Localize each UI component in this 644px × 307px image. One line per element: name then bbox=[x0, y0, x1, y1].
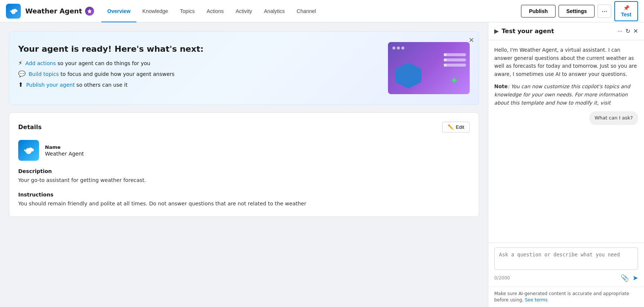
see-terms-link[interactable]: See terms bbox=[525, 297, 547, 303]
test-input-area: 0/2000 📎 ➤ bbox=[488, 243, 644, 287]
attach-button[interactable]: 📎 bbox=[621, 274, 629, 282]
illus-dot-1 bbox=[392, 47, 395, 49]
more-options-button[interactable]: ··· bbox=[598, 4, 611, 18]
agent-name-info: Name Weather Agent bbox=[45, 144, 84, 157]
illus-line-1 bbox=[444, 53, 466, 56]
publish-button[interactable]: Publish bbox=[521, 5, 556, 17]
actions-icon: ⚡ bbox=[18, 60, 22, 67]
greeting-message: Hello, I'm Weather Agent, a virtual assi… bbox=[494, 46, 638, 78]
what-can-i-ask-container: What can I ask? bbox=[494, 111, 638, 125]
main-layout: ✕ Your agent is ready! Here's what's nex… bbox=[0, 22, 644, 307]
publish-icon: ⬆ bbox=[18, 81, 23, 88]
header: Weather Agent Overview Knowledge Topics … bbox=[0, 0, 644, 22]
tab-activity[interactable]: Activity bbox=[230, 0, 258, 22]
tab-actions[interactable]: Actions bbox=[201, 0, 230, 22]
banner-item-topics: 💬 Build topics to focus and guide how yo… bbox=[18, 70, 381, 77]
header-actions: Publish Settings ··· 📌 Test bbox=[521, 1, 638, 21]
details-header: Details ✏️ Edit bbox=[18, 122, 470, 132]
publish-agent-link[interactable]: Publish your agent bbox=[26, 82, 75, 88]
name-value: Weather Agent bbox=[45, 151, 84, 157]
app-logo bbox=[6, 4, 21, 19]
what-can-i-ask-button[interactable]: What can I ask? bbox=[589, 111, 638, 125]
illus-dot-3 bbox=[401, 47, 404, 49]
tab-topics[interactable]: Topics bbox=[174, 0, 201, 22]
pin-icon: 📌 bbox=[623, 5, 630, 11]
edit-icon: ✏️ bbox=[448, 124, 454, 130]
build-topics-link[interactable]: Build topics bbox=[29, 71, 59, 77]
illus-line-2 bbox=[444, 58, 466, 61]
details-card: Details ✏️ Edit Name Weather Agent bbox=[9, 112, 479, 217]
instructions-label: Instructions bbox=[18, 192, 470, 198]
test-panel-header: ▶ Test your agent ··· ↻ ✕ bbox=[488, 22, 644, 40]
test-messages: Hello, I'm Weather Agent, a virtual assi… bbox=[488, 40, 644, 243]
test-more-button[interactable]: ··· bbox=[618, 28, 622, 35]
illus-line-3 bbox=[444, 64, 466, 67]
agent-icon bbox=[85, 7, 94, 16]
banner-illustration: ✦ bbox=[388, 42, 470, 94]
illus-lines bbox=[444, 53, 466, 67]
instructions-value: You should remain friendly and polite at… bbox=[18, 200, 470, 208]
test-input-footer: 0/2000 📎 ➤ bbox=[494, 274, 638, 282]
settings-button[interactable]: Settings bbox=[559, 5, 595, 17]
test-input-buttons: 📎 ➤ bbox=[621, 274, 638, 282]
name-label: Name bbox=[45, 144, 84, 150]
topics-icon: 💬 bbox=[18, 70, 26, 77]
details-title: Details bbox=[18, 124, 42, 131]
banner-close-button[interactable]: ✕ bbox=[469, 36, 474, 44]
agent-row: Name Weather Agent bbox=[18, 140, 470, 161]
nav-tabs: Overview Knowledge Topics Actions Activi… bbox=[101, 0, 521, 22]
test-refresh-button[interactable]: ↻ bbox=[625, 28, 630, 35]
test-panel-title: Test your agent bbox=[502, 28, 615, 35]
test-footer: Make sure AI-generated content is accura… bbox=[488, 287, 644, 307]
tab-analytics[interactable]: Analytics bbox=[258, 0, 291, 22]
expand-button[interactable]: ▶ bbox=[494, 28, 499, 35]
tab-overview[interactable]: Overview bbox=[101, 0, 136, 22]
note-bold: Note bbox=[494, 83, 508, 89]
illus-dots bbox=[392, 47, 404, 49]
banner-title: Your agent is ready! Here's what's next: bbox=[18, 44, 381, 54]
tab-channel[interactable]: Channel bbox=[291, 0, 322, 22]
note-message: Note: You can now customize this copilot… bbox=[494, 83, 638, 107]
send-button[interactable]: ➤ bbox=[632, 274, 638, 282]
illus-dot-2 bbox=[397, 47, 400, 49]
illus-star: ✦ bbox=[450, 74, 459, 87]
add-actions-link[interactable]: Add actions bbox=[25, 60, 56, 66]
description-value: Your go-to assistant for getting weather… bbox=[18, 176, 470, 184]
char-count: 0/2000 bbox=[494, 275, 510, 281]
test-button[interactable]: 📌 Test bbox=[614, 1, 638, 21]
main-content: ✕ Your agent is ready! Here's what's nex… bbox=[0, 22, 488, 307]
banner-content: Your agent is ready! Here's what's next:… bbox=[18, 44, 381, 92]
tab-knowledge[interactable]: Knowledge bbox=[136, 0, 174, 22]
description-label: Description bbox=[18, 168, 470, 174]
edit-button[interactable]: ✏️ Edit bbox=[442, 122, 470, 132]
getting-started-banner: ✕ Your agent is ready! Here's what's nex… bbox=[9, 31, 479, 105]
banner-item-actions: ⚡ Add actions so your agent can do thing… bbox=[18, 60, 381, 67]
agent-avatar bbox=[18, 140, 39, 161]
test-header-actions: ··· ↻ ✕ bbox=[618, 28, 638, 35]
test-input-field[interactable] bbox=[494, 247, 638, 270]
test-panel: ▶ Test your agent ··· ↻ ✕ Hello, I'm Wea… bbox=[488, 22, 644, 307]
illus-hexagon bbox=[395, 63, 421, 89]
test-close-button[interactable]: ✕ bbox=[633, 28, 638, 35]
header-title: Weather Agent bbox=[25, 7, 82, 15]
banner-item-publish: ⬆ Publish your agent so others can use i… bbox=[18, 81, 381, 88]
